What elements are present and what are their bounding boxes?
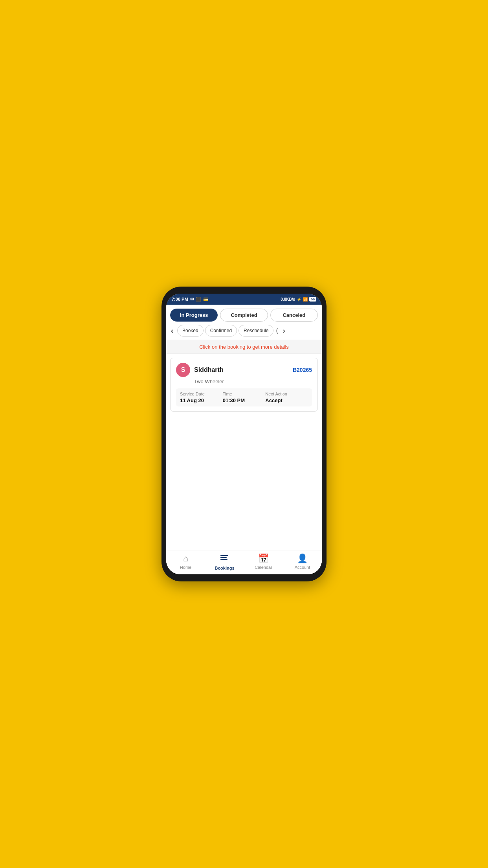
booking-card[interactable]: S Siddharth B20265 Two Wheeler Service D… xyxy=(170,358,318,412)
tab-completed[interactable]: Completed xyxy=(220,309,268,322)
label-time: Time xyxy=(223,392,266,396)
battery-display: 56 xyxy=(309,297,316,302)
value-service-date: 11 Aug 20 xyxy=(180,397,223,403)
nav-home-label: Home xyxy=(180,565,191,570)
info-text: Click on the booking to get more details xyxy=(199,344,289,350)
service-type: Two Wheeler xyxy=(176,379,312,384)
svg-point-5 xyxy=(220,559,222,560)
nav-bookings-label: Bookings xyxy=(215,566,234,570)
tab-canceled[interactable]: Canceled xyxy=(270,309,318,322)
nav-home[interactable]: ⌂ Home xyxy=(166,554,205,570)
value-time: 01:30 PM xyxy=(223,397,266,403)
card-header: S Siddharth B20265 xyxy=(176,363,312,377)
bookings-list: S Siddharth B20265 Two Wheeler Service D… xyxy=(166,354,322,550)
nav-bookings[interactable]: Bookings xyxy=(205,554,244,570)
svg-rect-1 xyxy=(221,557,227,558)
svg-rect-2 xyxy=(221,559,227,560)
main-tab-row: In Progress Completed Canceled xyxy=(166,305,322,325)
detail-next-action: Next Action Accept xyxy=(265,392,308,403)
signal-icon: 📶 xyxy=(303,297,308,302)
booking-id: B20265 xyxy=(293,367,312,373)
bluetooth-icon: ⚡ xyxy=(297,297,301,302)
network-speed: 0.8KB/s xyxy=(281,297,295,302)
status-right: 0.8KB/s ⚡ 📶 56 xyxy=(281,297,316,302)
bottom-nav: ⌂ Home Bookings xyxy=(166,550,322,574)
status-left: 7:08 PM ✉ ⬛ 💳 xyxy=(172,297,209,302)
time-display: 7:08 PM xyxy=(172,297,188,302)
screen-icon: ⬛ xyxy=(196,297,201,302)
detail-service-date: Service Date 11 Aug 20 xyxy=(180,392,223,403)
tab-in-progress[interactable]: In Progress xyxy=(170,309,218,322)
subtab-confirmed[interactable]: Confirmed xyxy=(205,325,237,337)
user-name: Siddharth xyxy=(194,366,224,373)
card-details: Service Date 11 Aug 20 Time 01:30 PM Nex… xyxy=(176,388,312,406)
phone-frame: 7:08 PM ✉ ⬛ 💳 0.8KB/s ⚡ 📶 56 In Progress… xyxy=(161,287,327,581)
value-next-action: Accept xyxy=(265,397,308,403)
label-next-action: Next Action xyxy=(265,392,308,396)
subtab-reschedule[interactable]: Reschedule xyxy=(238,325,273,337)
message-icon: ✉ xyxy=(190,297,194,302)
calendar-icon: 📅 xyxy=(258,554,269,564)
svg-point-3 xyxy=(220,555,222,556)
label-service-date: Service Date xyxy=(180,392,223,396)
nav-calendar[interactable]: 📅 Calendar xyxy=(244,554,283,570)
nav-account[interactable]: 👤 Account xyxy=(283,554,322,570)
user-info: S Siddharth xyxy=(176,363,224,377)
arrow-left[interactable]: ‹ xyxy=(169,325,176,337)
nav-account-label: Account xyxy=(295,565,310,570)
phone-screen: 7:08 PM ✉ ⬛ 💳 0.8KB/s ⚡ 📶 56 In Progress… xyxy=(166,294,322,574)
nav-calendar-label: Calendar xyxy=(255,565,272,570)
subtab-ellipsis: ( xyxy=(275,327,279,334)
bookings-icon xyxy=(220,554,229,565)
wallet-icon: 💳 xyxy=(203,297,209,302)
home-icon: ⌂ xyxy=(183,554,188,564)
subtab-booked[interactable]: Booked xyxy=(177,325,204,337)
svg-point-4 xyxy=(220,557,222,558)
sub-tab-row: ‹ Booked Confirmed Reschedule ( › xyxy=(166,325,322,340)
status-bar: 7:08 PM ✉ ⬛ 💳 0.8KB/s ⚡ 📶 56 xyxy=(166,294,322,305)
detail-time: Time 01:30 PM xyxy=(223,392,266,403)
avatar: S xyxy=(176,363,190,377)
account-icon: 👤 xyxy=(297,554,308,564)
arrow-right[interactable]: › xyxy=(281,325,288,337)
info-bar: Click on the booking to get more details xyxy=(166,340,322,354)
main-content: In Progress Completed Canceled ‹ Booked … xyxy=(166,305,322,574)
svg-rect-0 xyxy=(221,555,228,556)
